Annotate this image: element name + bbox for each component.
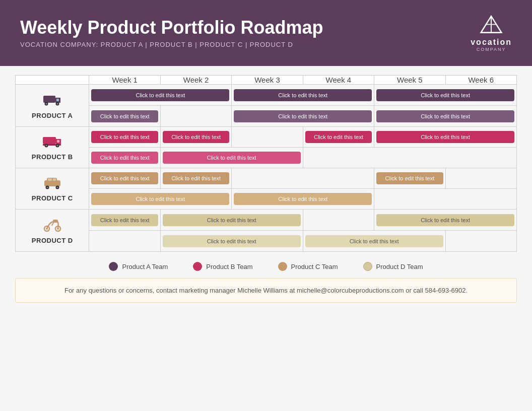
product-b-r2-bar2-cell: Click to edit this text: [160, 148, 303, 168]
product-d-icon: [43, 217, 62, 234]
product-d-label: PRODUCT D: [16, 210, 89, 251]
legend-dot-b: [193, 262, 202, 271]
truck-a-icon: [42, 92, 62, 107]
logo-icon: [479, 14, 504, 37]
product-c-icon: [43, 175, 62, 191]
footer-text: For any questions or concerns, contact m…: [64, 287, 468, 294]
svg-point-16: [45, 145, 47, 147]
product-b-bar3[interactable]: Click to edit this text: [305, 131, 372, 143]
legend-dot-d: [363, 262, 372, 271]
product-b-bar6[interactable]: Click to edit this text: [163, 152, 301, 164]
svg-point-10: [56, 103, 58, 105]
legend-label-d: Product D Team: [376, 263, 423, 270]
svg-rect-13: [57, 140, 59, 143]
product-c-r1-empty-cell: [232, 168, 374, 189]
legend-label-a: Product A Team: [122, 263, 168, 270]
product-a-r1-bar1-cell: Click to edit this text: [89, 85, 232, 106]
product-c-bar3[interactable]: Click to edit this text: [376, 172, 443, 184]
svg-rect-4: [43, 96, 55, 103]
product-d-r2-empty2-cell: [445, 231, 517, 252]
product-a-row2: Click to edit this text Click to edit th…: [16, 106, 517, 127]
product-b-r1-bar3-cell: Click to edit this text: [303, 127, 374, 148]
product-c-bar2[interactable]: Click to edit this text: [163, 172, 229, 184]
product-a-bar5[interactable]: Click to edit this text: [234, 110, 372, 122]
product-d-bar2[interactable]: Click to edit this text: [163, 214, 301, 226]
product-b-r1-bar4-cell: Click to edit this text: [374, 127, 517, 148]
product-a-r2-empty-cell: [160, 106, 231, 127]
product-d-bar4[interactable]: Click to edit this text: [163, 235, 301, 247]
roadmap-table: Week 1 Week 2 Week 3 Week 4 Week 5 Week …: [15, 75, 517, 252]
truck-b-icon: [42, 134, 63, 148]
product-b-label-cell: PRODUCT B: [16, 127, 89, 168]
car-c-icon: [43, 175, 62, 189]
product-c-bar1[interactable]: Click to edit this text: [91, 172, 158, 184]
product-b-bar2[interactable]: Click to edit this text: [163, 131, 229, 143]
product-a-r2-bar2-cell: Click to edit this text: [232, 106, 374, 127]
product-d-r1-empty-cell: [303, 210, 374, 231]
legend-dot-a: [109, 262, 118, 271]
product-b-bar4[interactable]: Click to edit this text: [376, 131, 514, 143]
product-d-label-cell: PRODUCT D: [16, 210, 89, 252]
week-4-header: Week 4: [303, 76, 374, 85]
product-a-bar6[interactable]: Click to edit this text: [376, 110, 514, 122]
product-c-r1-empty2-cell: [445, 168, 517, 189]
svg-rect-6: [56, 99, 59, 101]
legend-label-b: Product B Team: [206, 263, 252, 270]
product-d-r2-empty-cell: [89, 231, 160, 252]
legend-label-c: Product C Team: [291, 263, 338, 270]
product-a-r2-bar3-cell: Click to edit this text: [374, 106, 517, 127]
product-a-bar1[interactable]: Click to edit this text: [91, 89, 229, 101]
week-5-header: Week 5: [374, 76, 445, 85]
svg-point-18: [56, 145, 58, 147]
product-d-r1-bar2-cell: Click to edit this text: [160, 210, 303, 231]
product-b-bar1[interactable]: Click to edit this text: [91, 131, 158, 143]
week-2-header: Week 2: [160, 76, 231, 85]
week-3-header: Week 3: [232, 76, 303, 85]
product-a-bar2[interactable]: Click to edit this text: [234, 89, 372, 101]
svg-point-30: [46, 228, 48, 230]
week-6-header: Week 6: [445, 76, 517, 85]
product-a-icon: [42, 92, 62, 109]
main-content: Week 1 Week 2 Week 3 Week 4 Week 5 Week …: [15, 75, 517, 252]
product-d-r1-bar3-cell: Click to edit this text: [374, 210, 517, 231]
product-b-name: PRODUCT B: [32, 153, 73, 161]
header-subtitle: VOCATION COMPANY: PRODUCT A | PRODUCT B …: [20, 41, 323, 48]
product-c-r2-bar2-cell: Click to edit this text: [232, 189, 374, 210]
product-c-name: PRODUCT C: [32, 194, 73, 202]
svg-point-8: [45, 103, 47, 105]
product-a-bar4[interactable]: Click to edit this text: [91, 110, 158, 122]
product-c-r1-bar2-cell: Click to edit this text: [160, 168, 231, 189]
page-title: Weekly Product Portfolio Roadmap: [20, 18, 323, 38]
page-header: Weekly Product Portfolio Roadmap VOCATIO…: [0, 0, 532, 66]
product-b-row1: PRODUCT B Click to edit this text Click …: [16, 127, 517, 148]
product-d-bar5[interactable]: Click to edit this text: [305, 235, 443, 247]
legend: Product A Team Product B Team Product C …: [0, 252, 532, 278]
product-b-bar5[interactable]: Click to edit this text: [91, 152, 158, 164]
logo-subtext: COMPANY: [477, 47, 506, 52]
product-a-row1: PRODUCT A Click to edit this text Click …: [16, 85, 517, 106]
header-left: Weekly Product Portfolio Roadmap VOCATIO…: [20, 18, 323, 48]
product-d-r1-bar1-cell: Click to edit this text: [89, 210, 160, 231]
product-d-row2: Click to edit this text Click to edit th…: [16, 231, 517, 252]
product-d-bar1[interactable]: Click to edit this text: [91, 214, 158, 226]
logo: vocation COMPANY: [471, 14, 512, 52]
product-c-bar4[interactable]: Click to edit this text: [91, 193, 229, 205]
product-a-r1-bar2-cell: Click to edit this text: [232, 85, 374, 106]
product-b-r2-bar1-cell: Click to edit this text: [89, 148, 160, 168]
product-d-bar3[interactable]: Click to edit this text: [376, 214, 514, 226]
week-header-row: Week 1 Week 2 Week 3 Week 4 Week 5 Week …: [16, 76, 517, 85]
week-1-header: Week 1: [89, 76, 160, 85]
product-c-label: PRODUCT C: [16, 168, 89, 209]
legend-product-c: Product C Team: [278, 262, 338, 271]
svg-rect-21: [48, 178, 52, 181]
product-c-bar5[interactable]: Click to edit this text: [234, 193, 372, 205]
product-a-bar3[interactable]: Click to edit this text: [376, 89, 514, 101]
product-b-row2: Click to edit this text Click to edit th…: [16, 148, 517, 168]
svg-rect-11: [43, 137, 56, 144]
product-b-r2-empty-cell: [303, 148, 516, 168]
product-d-row1: PRODUCT D Click to edit this text Click …: [16, 210, 517, 231]
logo-text: vocation: [471, 38, 512, 47]
legend-dot-c: [278, 262, 287, 271]
product-b-r1-bar1-cell: Click to edit this text: [89, 127, 160, 148]
product-a-name: PRODUCT A: [32, 112, 73, 119]
